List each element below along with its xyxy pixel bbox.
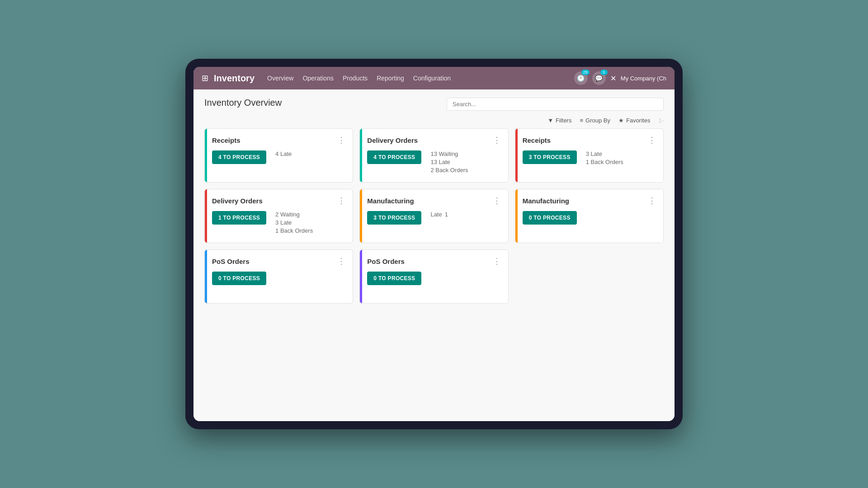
card-menu-button[interactable]: ⋮ [337,257,345,265]
process-button[interactable]: 0 TO PROCESS [212,272,266,285]
clock-badge[interactable]: 🕐 28 [574,71,588,85]
group-icon: ≡ [580,117,583,124]
card-body: 0 TO PROCESS [212,272,345,285]
card-receipts-2[interactable]: Receipts ⋮ 3 TO PROCESS 3 Late 1 Back Or… [515,128,664,183]
card-body: 0 TO PROCESS [523,211,656,225]
card-pos-2[interactable]: PoS Orders ⋮ 0 TO PROCESS [359,249,508,304]
card-title: Receipts [523,136,551,144]
close-icon[interactable]: ✕ [610,74,616,83]
card-manufacturing-1[interactable]: Manufacturing ⋮ 3 TO PROCESS Late 1 [359,189,508,243]
card-title: Manufacturing [367,197,414,205]
card-header: Receipts ⋮ [212,136,345,144]
nav-right: 🕐 28 💬 5 ✕ My Company (Ch [574,71,666,85]
stat-item: 13 Waiting [430,150,468,157]
card-title: Delivery Orders [367,136,418,144]
card-header: Delivery Orders ⋮ [367,136,500,144]
card-border [360,250,362,303]
card-body: 3 TO PROCESS Late 1 [367,211,500,225]
card-menu-button[interactable]: ⋮ [337,197,345,205]
filters-button[interactable]: ▼ Filters [547,117,571,124]
pagination: 1- [658,117,664,124]
chat-count: 5 [600,70,608,75]
card-border [515,189,518,243]
group-by-button[interactable]: ≡ Group By [580,117,610,124]
card-header: PoS Orders ⋮ [367,257,500,265]
stat-item: 2 Back Orders [430,167,468,174]
process-button[interactable]: 4 TO PROCESS [212,150,266,164]
stat-late-value: 1 [445,211,448,218]
card-body: 4 TO PROCESS 13 Waiting 13 Late 2 Back O… [367,150,500,174]
card-menu-button[interactable]: ⋮ [648,136,656,144]
card-stats: Late 1 [430,211,448,218]
card-body: 4 TO PROCESS 4 Late [212,150,345,164]
nav-brand: Inventory [214,73,255,84]
card-receipts-1[interactable]: Receipts ⋮ 4 TO PROCESS 4 Late [204,128,353,183]
device-frame: ⊞ Inventory Overview Operations Products… [185,59,683,429]
card-title: Manufacturing [523,197,569,205]
card-stats: 13 Waiting 13 Late 2 Back Orders [430,150,468,174]
late-count: Late 1 [430,211,448,218]
navbar: ⊞ Inventory Overview Operations Products… [193,67,675,89]
favorites-label: Favorites [626,117,650,124]
filters-label: Filters [556,117,571,124]
card-menu-button[interactable]: ⋮ [337,136,345,144]
card-header: Manufacturing ⋮ [367,197,500,205]
grid-icon[interactable]: ⊞ [202,73,208,83]
group-by-label: Group By [585,117,610,124]
card-title: PoS Orders [212,258,250,265]
chat-badge[interactable]: 💬 5 [592,71,606,85]
card-menu-button[interactable]: ⋮ [493,257,501,265]
card-title: PoS Orders [367,258,405,265]
card-title: Receipts [212,136,241,144]
process-button[interactable]: 0 TO PROCESS [523,211,577,225]
favorites-button[interactable]: ★ Favorites [618,117,650,124]
card-header: Receipts ⋮ [523,136,656,144]
page-header: Inventory Overview [193,89,675,115]
process-button[interactable]: 3 TO PROCESS [523,150,577,164]
stat-item: 3 Late [586,150,623,157]
cards-grid: Receipts ⋮ 4 TO PROCESS 4 Late Delivery … [193,128,675,314]
stat-late-label: Late [430,211,442,218]
card-pos-1[interactable]: PoS Orders ⋮ 0 TO PROCESS [204,249,353,304]
card-menu-button[interactable]: ⋮ [493,197,501,205]
nav-products[interactable]: Products [343,73,368,84]
card-manufacturing-2[interactable]: Manufacturing ⋮ 0 TO PROCESS [515,189,664,243]
card-header: Delivery Orders ⋮ [212,197,345,205]
card-stats: 4 Late [275,150,292,157]
stat-item: 4 Late [275,150,292,157]
card-header: Manufacturing ⋮ [523,197,656,205]
nav-links: Overview Operations Products Reporting C… [267,73,574,84]
card-border [205,189,207,243]
process-button[interactable]: 4 TO PROCESS [367,150,421,164]
clock-count: 28 [581,70,590,75]
stat-item: 2 Waiting [275,211,313,218]
card-header: PoS Orders ⋮ [212,257,345,265]
card-menu-button[interactable]: ⋮ [493,136,501,144]
process-button[interactable]: 3 TO PROCESS [367,211,421,225]
main-content: Inventory Overview ▼ Filters ≡ Group By … [193,89,675,421]
nav-operations[interactable]: Operations [302,73,333,84]
stat-item: 1 Back Orders [586,159,623,165]
card-menu-button[interactable]: ⋮ [648,197,656,205]
card-body: 3 TO PROCESS 3 Late 1 Back Orders [523,150,656,165]
process-button[interactable]: 0 TO PROCESS [367,272,421,285]
nav-reporting[interactable]: Reporting [377,73,404,84]
toolbar: ▼ Filters ≡ Group By ★ Favorites 1- [193,115,675,128]
card-body: 1 TO PROCESS 2 Waiting 3 Late 1 Back Ord… [212,211,345,234]
search-input[interactable] [447,98,664,111]
star-icon: ★ [618,117,624,124]
process-button[interactable]: 1 TO PROCESS [212,211,266,225]
card-delivery-1[interactable]: Delivery Orders ⋮ 4 TO PROCESS 13 Waitin… [359,128,508,183]
card-body: 0 TO PROCESS [367,272,500,285]
company-name: My Company (Ch [621,75,666,82]
card-title: Delivery Orders [212,197,263,205]
search-bar [447,98,664,111]
card-delivery-2[interactable]: Delivery Orders ⋮ 1 TO PROCESS 2 Waiting… [204,189,353,243]
nav-configuration[interactable]: Configuration [413,73,451,84]
stat-item: 1 Back Orders [275,227,313,234]
card-border [205,250,207,303]
page-title: Inventory Overview [204,98,282,108]
stat-item: 3 Late [275,219,313,226]
card-border [360,189,362,243]
nav-overview[interactable]: Overview [267,73,293,84]
